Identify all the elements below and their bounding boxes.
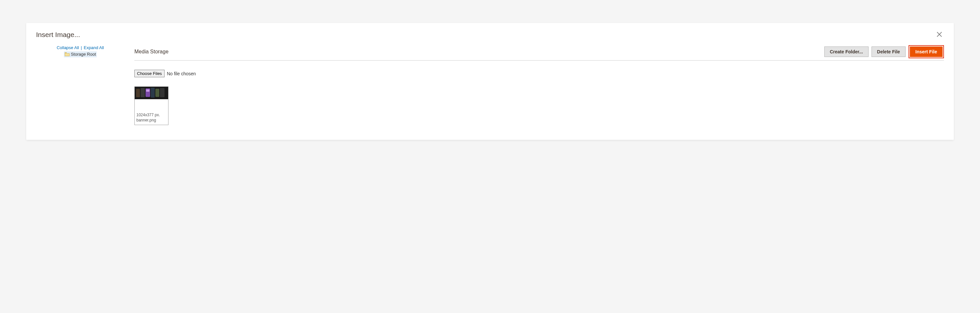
thumbnail-preview: [135, 87, 168, 99]
thumbnail-filename: banner.png: [136, 117, 167, 123]
create-folder-button[interactable]: Create Folder...: [824, 46, 869, 57]
delete-file-button[interactable]: Delete File: [872, 46, 905, 57]
no-file-chosen-label: No file chosen: [167, 71, 196, 76]
file-thumbnail[interactable]: 1024x377 px. banner.png: [134, 87, 169, 125]
folder-tree-sidebar: Collapse All | Expand All Storage Root: [36, 45, 124, 125]
insert-file-highlight: Insert File: [908, 45, 944, 58]
tree-root-row: Storage Root: [36, 51, 124, 58]
file-upload-row: Choose Files No file chosen: [134, 70, 944, 77]
insert-image-modal: Insert Image... Collapse All | Expand Al…: [26, 23, 954, 140]
choose-files-button[interactable]: Choose Files: [134, 70, 164, 77]
insert-file-button[interactable]: Insert File: [910, 46, 943, 57]
collapse-all-link[interactable]: Collapse All: [57, 45, 79, 50]
tree-actions: Collapse All | Expand All: [36, 45, 124, 50]
toolbar-heading: Media Storage: [134, 49, 169, 55]
folder-icon: [65, 52, 70, 57]
modal-body: Collapse All | Expand All Storage Root M…: [36, 45, 944, 125]
expand-all-link[interactable]: Expand All: [84, 45, 104, 50]
toolbar: Media Storage Create Folder... Delete Fi…: [134, 45, 944, 60]
file-thumbnail-grid: 1024x377 px. banner.png: [134, 87, 944, 125]
main-content: Media Storage Create Folder... Delete Fi…: [134, 45, 944, 125]
thumbnail-dimensions: 1024x377 px.: [136, 112, 167, 117]
close-icon: [936, 31, 943, 38]
thumbnail-info: 1024x377 px. banner.png: [135, 99, 168, 125]
close-button[interactable]: [935, 30, 944, 39]
toolbar-buttons: Create Folder... Delete File Insert File: [824, 45, 944, 58]
tree-node-storage-root[interactable]: Storage Root: [64, 51, 97, 57]
modal-title: Insert Image...: [36, 31, 80, 39]
modal-header: Insert Image...: [36, 30, 944, 39]
tree-node-label: Storage Root: [71, 51, 96, 57]
tree-action-separator: |: [81, 45, 82, 50]
